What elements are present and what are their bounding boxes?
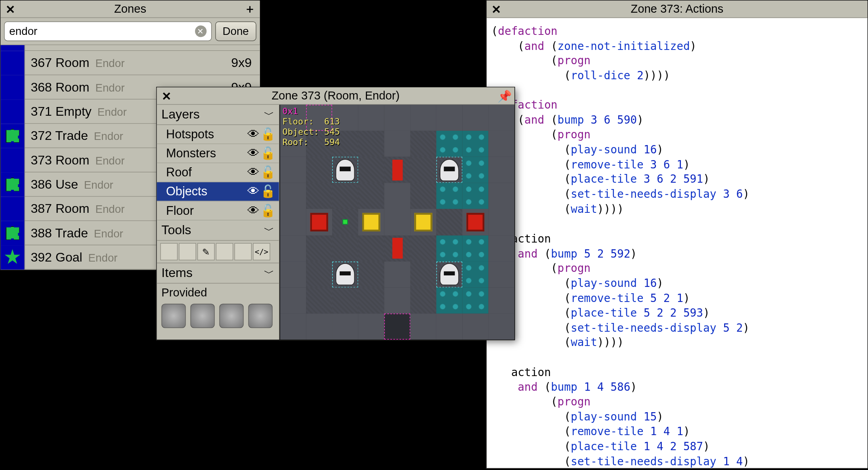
map-tile[interactable]: [384, 209, 410, 235]
map-tile[interactable]: [463, 261, 489, 287]
map-tile[interactable]: [436, 209, 463, 235]
actions-titlebar[interactable]: ✕ Zone 373: Actions: [487, 0, 868, 18]
item-icon[interactable]: [219, 304, 243, 328]
map-tile[interactable]: [488, 313, 514, 340]
lock-icon[interactable]: 🔓: [260, 166, 274, 180]
map-tile[interactable]: [410, 287, 436, 313]
map-tile[interactable]: [358, 209, 384, 235]
code-tool-button[interactable]: </>: [253, 243, 270, 260]
map-tile[interactable]: [384, 313, 410, 340]
actions-code[interactable]: (defaction (and (zone-not-initialized) (…: [487, 18, 868, 468]
close-icon[interactable]: ✕: [160, 90, 173, 102]
map-tile[interactable]: [280, 235, 306, 262]
map-tile[interactable]: [463, 209, 489, 235]
lock-icon[interactable]: 🔓: [260, 204, 274, 218]
map-tile[interactable]: [306, 183, 332, 209]
map-tile[interactable]: [358, 287, 384, 313]
map-tile[interactable]: [280, 313, 306, 340]
pencil-tool-button[interactable]: ✎: [197, 243, 215, 260]
map-tile[interactable]: [463, 183, 489, 209]
layer-row[interactable]: Monsters👁🔓: [157, 144, 279, 163]
map-tile[interactable]: [436, 105, 463, 131]
close-icon[interactable]: ✕: [490, 3, 503, 15]
zone-row[interactable]: 367 Room Endor9x9: [0, 51, 260, 75]
layer-row[interactable]: Floor👁🔓: [157, 201, 279, 220]
zones-titlebar[interactable]: ✕ Zones ＋: [0, 0, 260, 18]
map-tile[interactable]: [306, 261, 332, 287]
visibility-icon[interactable]: 👁: [247, 146, 260, 160]
clear-search-icon[interactable]: ✕: [195, 25, 206, 37]
map-tile[interactable]: [306, 157, 332, 183]
layers-panel-header[interactable]: Layers ﹀: [157, 105, 279, 125]
layer-row[interactable]: Hotspots👁🔓: [157, 125, 279, 144]
map-tile[interactable]: [280, 287, 306, 313]
zone-map[interactable]: 0x1 Floor: 613 Object: 545 Roof: 594: [279, 105, 514, 340]
map-tile[interactable]: [332, 183, 358, 209]
map-tile[interactable]: [436, 183, 463, 209]
map-tile[interactable]: [384, 261, 410, 287]
map-tile[interactable]: [410, 183, 436, 209]
map-tile[interactable]: [488, 105, 514, 131]
editor-titlebar[interactable]: ✕ Zone 373 (Room, Endor) 📌: [157, 87, 514, 105]
tool-button-5[interactable]: [234, 243, 252, 260]
map-tile[interactable]: [384, 183, 410, 209]
tool-button-2[interactable]: [179, 243, 196, 260]
map-tile[interactable]: [410, 105, 436, 131]
map-tile[interactable]: [332, 313, 358, 340]
map-tile[interactable]: [358, 157, 384, 183]
map-tile[interactable]: [436, 235, 463, 262]
visibility-icon[interactable]: 👁: [247, 127, 260, 141]
map-tile[interactable]: [488, 235, 514, 262]
map-tile[interactable]: [463, 235, 489, 262]
lock-icon[interactable]: 🔓: [260, 185, 274, 199]
map-tile[interactable]: [488, 287, 514, 313]
visibility-icon[interactable]: 👁: [247, 204, 260, 218]
map-tile[interactable]: [410, 313, 436, 340]
map-tile[interactable]: [463, 131, 489, 157]
map-tile[interactable]: [358, 131, 384, 157]
map-tile[interactable]: [463, 157, 489, 183]
map-tile[interactable]: [280, 157, 306, 183]
map-tile[interactable]: [410, 131, 436, 157]
map-tile[interactable]: [306, 313, 332, 340]
map-tile[interactable]: [463, 105, 489, 131]
map-tile[interactable]: [436, 313, 463, 340]
item-icon[interactable]: [161, 304, 185, 328]
map-tile[interactable]: [384, 105, 410, 131]
map-tile[interactable]: [332, 261, 358, 287]
map-tile[interactable]: [306, 235, 332, 262]
map-tile[interactable]: [463, 313, 489, 340]
map-tile[interactable]: [332, 157, 358, 183]
map-tile[interactable]: [306, 287, 332, 313]
tools-panel-header[interactable]: Tools ﹀: [157, 220, 279, 241]
add-icon[interactable]: ＋: [244, 3, 256, 15]
map-tile[interactable]: [358, 105, 384, 131]
map-tile[interactable]: [463, 287, 489, 313]
map-tile[interactable]: [410, 157, 436, 183]
map-tile[interactable]: [488, 157, 514, 183]
tool-button-1[interactable]: [160, 243, 178, 260]
map-tile[interactable]: [488, 209, 514, 235]
visibility-icon[interactable]: 👁: [247, 185, 260, 199]
search-input[interactable]: [9, 25, 195, 38]
map-tile[interactable]: [488, 131, 514, 157]
map-tile[interactable]: [384, 235, 410, 262]
lock-icon[interactable]: 🔓: [260, 146, 274, 160]
map-tile[interactable]: [410, 209, 436, 235]
done-button[interactable]: Done: [215, 21, 256, 41]
pin-icon[interactable]: 📌: [498, 90, 511, 102]
items-panel-header[interactable]: Items ﹀: [157, 263, 279, 283]
map-tile[interactable]: [306, 209, 332, 235]
close-icon[interactable]: ✕: [4, 3, 17, 15]
map-tile[interactable]: [410, 261, 436, 287]
map-tile[interactable]: [436, 131, 463, 157]
map-tile[interactable]: [488, 183, 514, 209]
map-tile[interactable]: [358, 183, 384, 209]
map-tile[interactable]: [358, 313, 384, 340]
map-tile[interactable]: [436, 287, 463, 313]
layer-row[interactable]: Roof👁🔓: [157, 163, 279, 182]
map-tile[interactable]: [280, 209, 306, 235]
map-tile[interactable]: [436, 157, 463, 183]
tool-button-4[interactable]: [216, 243, 233, 260]
map-tile[interactable]: [332, 209, 358, 235]
